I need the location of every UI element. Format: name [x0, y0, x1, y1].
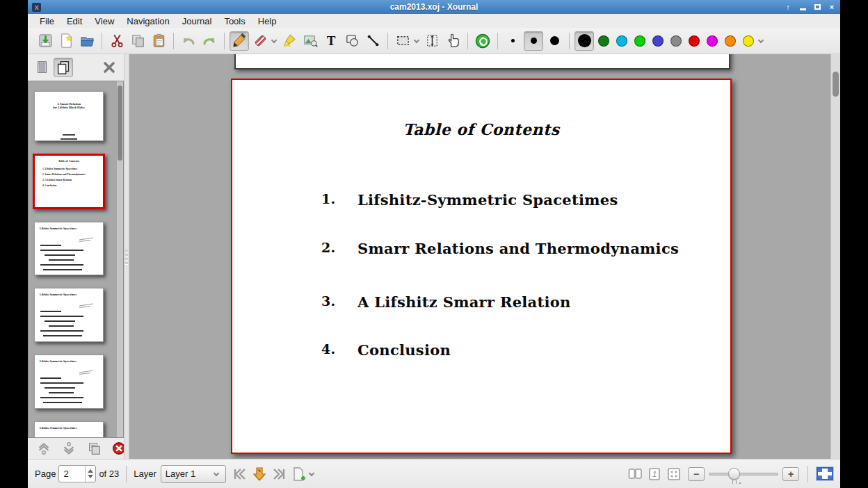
- menu-view[interactable]: View: [88, 15, 120, 27]
- statusbar-separator: [807, 466, 808, 482]
- canvas-scrollbar-thumb[interactable]: [833, 72, 839, 97]
- canvas-scrollbar[interactable]: [830, 54, 840, 459]
- new-journal-button[interactable]: [56, 31, 76, 51]
- open-button[interactable]: [77, 31, 97, 51]
- menu-tools[interactable]: Tools: [218, 15, 251, 27]
- arrow-down-icon: [61, 441, 77, 456]
- thumbnail-page-4[interactable]: Lifshitz-Symmetric Spacetimes: [34, 288, 104, 342]
- paste-icon: [151, 33, 167, 49]
- close-button[interactable]: ×: [828, 3, 836, 11]
- title-bar[interactable]: x cam2013.xoj - Xournal ↑ ×: [28, 0, 840, 14]
- fullscreen-button[interactable]: [817, 467, 833, 480]
- page-number-value[interactable]: 2: [59, 469, 85, 479]
- menu-file[interactable]: File: [33, 15, 61, 27]
- sidebar-scrollbar[interactable]: [117, 81, 123, 437]
- pen-medium-button[interactable]: [524, 31, 543, 51]
- move-page-up-button[interactable]: [34, 439, 54, 458]
- color-blue-icon[interactable]: [652, 35, 664, 47]
- duplicate-page-button[interactable]: [84, 439, 104, 458]
- vertical-space-button[interactable]: [422, 31, 442, 51]
- thumbnail-page-5[interactable]: Lifshitz-Symmetric Spacetimes: [34, 355, 104, 409]
- minimize-button[interactable]: [798, 3, 807, 11]
- pen-thick-button[interactable]: [545, 31, 564, 51]
- menu-journal[interactable]: Journal: [176, 15, 218, 27]
- page-options-chevron-icon[interactable]: [309, 470, 314, 475]
- page-1-bottom-edge[interactable]: [234, 54, 730, 70]
- color-green-icon[interactable]: [634, 35, 645, 47]
- default-pen-button[interactable]: [473, 31, 492, 51]
- color-yellow-icon[interactable]: [743, 35, 754, 47]
- ruler-tool-button[interactable]: [363, 31, 383, 51]
- pane-splitter[interactable]: [124, 54, 129, 459]
- highlighter-tool-button[interactable]: [280, 31, 299, 51]
- color-dark-green-icon[interactable]: [598, 35, 609, 47]
- hand-tool-button[interactable]: [443, 31, 463, 51]
- text-tool-button[interactable]: T: [321, 31, 341, 51]
- pen-tool-button[interactable]: [230, 31, 249, 51]
- save-button[interactable]: [35, 31, 55, 51]
- color-magenta-icon[interactable]: [707, 35, 718, 47]
- thumbnail-page-3[interactable]: Lifshitz-Symmetric Spacetimes: [34, 222, 104, 275]
- zoom-out-button[interactable]: −: [688, 467, 705, 481]
- thumb2-item-2: 2. Smarr Relations and Thermodynamics: [42, 173, 103, 176]
- sidebar-close-button[interactable]: [99, 58, 119, 77]
- layers-view-button[interactable]: [33, 58, 52, 77]
- append-page-button[interactable]: [289, 464, 308, 484]
- menu-navigation[interactable]: Navigation: [120, 15, 175, 27]
- toc-item-3-label: A Lifshitz Smarr Relation: [357, 293, 571, 311]
- menu-help[interactable]: Help: [252, 15, 283, 27]
- select-rectangle-button[interactable]: [393, 31, 412, 51]
- color-light-blue-icon[interactable]: [616, 35, 627, 47]
- page-2-current[interactable]: Table of Contents 1. Lifshitz-Symmetric …: [231, 79, 732, 454]
- document-canvas[interactable]: Table of Contents 1. Lifshitz-Symmetric …: [129, 54, 830, 459]
- dual-page-view-button[interactable]: [625, 464, 645, 484]
- zoom-slider-handle[interactable]: [728, 468, 740, 480]
- zoom-slider[interactable]: [709, 466, 778, 482]
- spin-down-icon[interactable]: [88, 475, 93, 478]
- paste-button[interactable]: [149, 31, 168, 51]
- menu-edit[interactable]: Edit: [61, 15, 88, 27]
- first-page-icon: [232, 466, 248, 482]
- pen-fine-button[interactable]: [503, 31, 522, 51]
- pages-view-button[interactable]: [54, 58, 73, 77]
- thumbnail-page-6[interactable]: Lifshitz-Symmetric Spacetimes: [34, 421, 104, 438]
- page-number-spinbox[interactable]: 2: [58, 465, 96, 482]
- thumbnail-page-2-selected[interactable]: Table of Contents 1. Lifshitz-Symmetric …: [33, 154, 105, 209]
- shade-button[interactable]: ↑: [784, 3, 792, 11]
- image-tool-button[interactable]: [300, 31, 320, 51]
- eraser-options-chevron-icon[interactable]: [271, 37, 277, 42]
- color-red-icon[interactable]: [689, 35, 700, 47]
- color-black-button[interactable]: [574, 31, 594, 51]
- undo-button[interactable]: [179, 31, 198, 51]
- zoom-100-button[interactable]: 1: [645, 464, 664, 484]
- thumbnail-page-1[interactable]: A Smarr Relation for Lifshitz Black Hole…: [34, 91, 104, 141]
- spinner-arrows[interactable]: [85, 466, 95, 482]
- eraser-tool-button[interactable]: [250, 31, 270, 51]
- cut-button[interactable]: [107, 31, 127, 51]
- color-orange-icon[interactable]: [725, 35, 736, 47]
- pen-icon: [232, 33, 248, 49]
- redo-button[interactable]: [200, 31, 219, 51]
- layer-select[interactable]: Layer 1: [161, 465, 226, 483]
- jump-annotated-page-button[interactable]: [250, 464, 269, 484]
- color-options-chevron-icon[interactable]: [758, 37, 764, 42]
- close-icon: [102, 60, 116, 74]
- zoom-slider-track[interactable]: [709, 473, 778, 475]
- shape-recognizer-button[interactable]: [342, 31, 362, 51]
- zoom-in-button[interactable]: +: [782, 467, 799, 481]
- sidebar-scrollbar-thumb[interactable]: [118, 86, 122, 161]
- maximize-button[interactable]: [813, 3, 821, 11]
- select-options-chevron-icon[interactable]: [414, 37, 419, 42]
- copy-button[interactable]: [128, 31, 147, 51]
- page-label: Page: [35, 469, 56, 479]
- zoom-slider-ticks: [732, 480, 741, 484]
- move-page-down-button[interactable]: [59, 439, 79, 458]
- first-page-button[interactable]: [230, 464, 250, 484]
- spin-up-icon[interactable]: [88, 469, 93, 473]
- zoom-fit-button[interactable]: [664, 464, 684, 484]
- new-page-icon: [58, 33, 74, 49]
- color-gray-icon[interactable]: [670, 35, 682, 47]
- last-page-button[interactable]: [269, 464, 289, 484]
- cut-icon: [109, 33, 125, 49]
- maximize-icon: [814, 4, 821, 10]
